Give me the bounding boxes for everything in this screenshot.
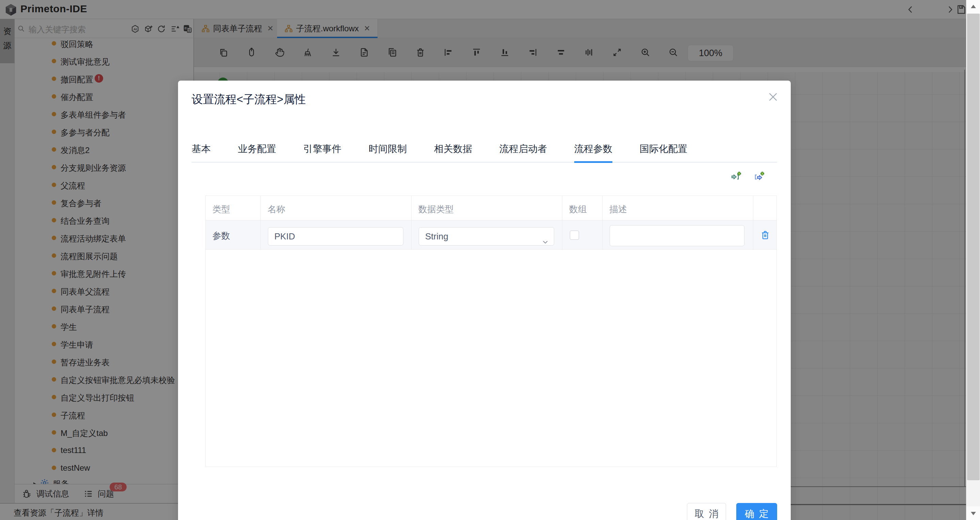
scrollbar-thumb[interactable]: [967, 14, 980, 480]
page-scrollbar[interactable]: [966, 0, 980, 520]
param-actions-cell: [753, 220, 776, 249]
dialog-tab-2[interactable]: 业务配置: [238, 143, 276, 155]
dialog-tab-5[interactable]: 相关数据: [434, 143, 472, 155]
dialog-title: 设置流程<子流程>属性: [192, 92, 306, 107]
cancel-button[interactable]: 取消: [687, 503, 726, 520]
chevron-down-icon: [542, 233, 548, 239]
parameter-row: 参数 PKID String: [205, 220, 776, 250]
dialog-tab-7[interactable]: 流程参数: [574, 143, 612, 155]
add-input-param-icon[interactable]: [731, 172, 741, 182]
column-header-datatype: 数据类型: [412, 196, 562, 220]
close-icon[interactable]: [767, 91, 779, 103]
tabs-divider: [192, 162, 777, 163]
param-name-input[interactable]: PKID: [268, 227, 403, 246]
add-output-param-icon[interactable]: [754, 172, 764, 182]
column-header-description: 描述: [603, 196, 753, 220]
parameters-table: 类型 名称 数据类型 数组 描述 参数 PKID String: [205, 195, 777, 467]
table-header-row: 类型 名称 数据类型 数组 描述: [205, 196, 776, 220]
scroll-up-icon[interactable]: [966, 0, 980, 14]
param-array-cell: [562, 220, 603, 249]
screen: Primeton-IDE 资源 输入关键字搜索: [0, 0, 980, 520]
dialog-tab-3[interactable]: 引擎事件: [303, 143, 341, 155]
dialog-tab-4[interactable]: 时间限制: [369, 143, 407, 155]
dialog-tab-6[interactable]: 流程启动者: [500, 143, 547, 155]
array-checkbox[interactable]: [570, 231, 579, 240]
param-datatype-select[interactable]: String: [419, 227, 554, 246]
active-tab-underline: [574, 161, 612, 163]
column-header-actions: [753, 196, 776, 220]
param-datatype-cell: String: [412, 220, 562, 249]
dialog-tab-8[interactable]: 国际化配置: [640, 143, 687, 155]
column-header-array: 数组: [562, 196, 603, 220]
confirm-button[interactable]: 确定: [736, 503, 777, 520]
scroll-down-icon[interactable]: [966, 506, 980, 520]
delete-row-icon[interactable]: [760, 230, 770, 240]
param-description-input[interactable]: [610, 225, 745, 246]
param-name-cell: PKID: [261, 220, 412, 249]
dialog-tabs: 基本业务配置引擎事件时间限制相关数据流程启动者流程参数国际化配置: [192, 143, 714, 157]
param-type-cell: 参数: [205, 220, 261, 249]
process-properties-dialog: 设置流程<子流程>属性 基本业务配置引擎事件时间限制相关数据流程启动者流程参数国…: [178, 81, 791, 520]
column-header-name: 名称: [261, 196, 412, 220]
dialog-tab-1[interactable]: 基本: [192, 143, 211, 155]
param-description-cell: [603, 220, 753, 249]
column-header-type: 类型: [205, 196, 261, 220]
